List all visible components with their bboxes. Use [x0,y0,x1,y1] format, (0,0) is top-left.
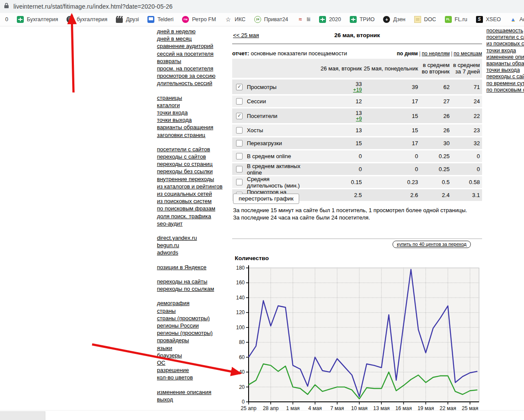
sidebar-link[interactable]: длительность сессий [157,80,228,87]
sidebar-link[interactable]: seo-аудит [157,220,228,227]
view-mode-weeks-link[interactable]: по неделям [422,51,450,57]
sidebar-link[interactable]: просм. на посетителя [157,65,228,72]
delta-link[interactable]: +9 [356,116,362,122]
sidebar-link[interactable]: begun.ru [157,242,228,249]
bookmark-item-3[interactable]: Друзі [116,16,139,23]
sidebar-link[interactable]: каталоги [157,102,228,109]
sidebar-link[interactable]: кол-во цветов [157,374,228,381]
sidebar-link[interactable]: переходы со страниц [157,160,228,168]
row-checkbox[interactable] [236,98,243,105]
bookmark-item-9[interactable]: 2020 [319,16,341,23]
right-sidebar-link[interactable]: точки выхода [486,67,524,73]
bookmark-item-11[interactable]: +Дзен [383,16,405,23]
row-checkbox[interactable] [236,166,243,172]
bookmark-item-6[interactable]: ☆ИКС [225,16,246,23]
sidebar-link[interactable]: изменение описания [157,388,228,396]
rebuild-chart-button[interactable]: перестроить график [233,194,299,204]
right-sidebar-link[interactable]: точки входа [486,48,524,54]
delta-link[interactable]: +19 [353,87,362,93]
view-mode-current: по дням [397,51,418,57]
row-checkbox[interactable]: ✓ [236,113,243,119]
bookmark-item-13[interactable]: FLFL.ru [445,16,467,23]
sidebar-link[interactable]: из социальных сетей [157,190,228,197]
sidebar-link[interactable]: регионы России [157,322,228,329]
row-checkbox[interactable] [236,153,243,159]
sidebar-link[interactable]: возвраты [157,57,228,65]
sidebar-link[interactable]: внутренние переходы [157,175,228,183]
sidebar-link[interactable]: по поисковым фразам [157,205,228,212]
sidebar-link[interactable]: direct.yandex.ru [157,234,228,242]
bookmark-item-0[interactable]: 0 [5,16,8,22]
sidebar-link[interactable]: переходы на сайты [157,278,228,285]
sidebar-link[interactable]: позиции в Яндексе [157,264,228,271]
right-sidebar-link[interactable]: варианты обра [486,60,524,67]
sidebar-link[interactable]: точки выхода [157,116,228,124]
sidebar-link[interactable]: браузеры [157,352,228,359]
sidebar-link[interactable]: дней в неделю [157,28,228,35]
value-cell: 0 [450,166,482,172]
line-chart-icon: ≈ [297,16,304,23]
table-row: Перезагрузки15173032 [232,137,482,149]
sidebar-link[interactable]: страны [157,307,228,315]
sidebar-link[interactable]: переходы по ссылкам [157,285,228,293]
sidebar-link[interactable]: страны (просмотры) [157,315,228,322]
value-cell: 71 [450,84,482,90]
sidebar-link[interactable]: посетители с сайтов [157,146,228,153]
right-sidebar-link[interactable]: из поисковых с [486,41,524,47]
bookmark-item-2[interactable]: бухгалтерия [67,16,107,23]
right-sidebar-link[interactable]: посетители с са [486,34,524,41]
row-checkbox[interactable]: ✓ [236,84,243,90]
url-text[interactable]: liveinternet.ru/stat/fitimage.ru/index.h… [13,3,173,10]
sidebar-link[interactable]: adwords [157,249,228,256]
bookmark-item-8[interactable]: ≈lii [297,16,310,23]
bookmark-item-7[interactable]: 24Приват24 [254,16,288,23]
browser-url-bar[interactable]: liveinternet.ru/stat/fitimage.ru/index.h… [0,0,524,13]
sidebar-link[interactable]: разрешение [157,366,228,374]
sidebar-link[interactable]: варианты обращения [157,124,228,131]
right-sidebar-link[interactable]: по времени сут [486,80,524,87]
value-cell: 0.58 [450,179,482,185]
right-sidebar-link[interactable]: переходы с сай [486,73,524,80]
xseo-icon: S [476,16,483,23]
row-checkbox[interactable] [236,127,243,134]
bookmark-label: ИКС [235,16,246,22]
bookmark-item-12[interactable]: DOC [414,16,436,23]
sidebar-link[interactable]: дней в месяц [157,35,228,42]
sidebar-link[interactable]: из поисковых систем [157,197,228,205]
sidebar-link[interactable]: доля поиск. трафика [157,213,228,220]
sidebar-link[interactable]: демография [157,299,228,307]
bookmark-item-10[interactable]: ТРИО [350,16,375,23]
sidebar-link[interactable]: сравнение аудиторий [157,42,228,50]
header-divider [232,44,482,44]
sidebar-link[interactable]: выход [157,396,228,403]
right-sidebar-link[interactable]: изменение опи [486,54,524,60]
prev-day-link[interactable]: << 25 мая [233,32,259,38]
sidebar-link[interactable]: сессий на посетителя [157,50,228,57]
bookmark-item-5[interactable]: FMРетро FM [182,16,216,23]
sidebar-link[interactable]: из каталогов и рейтингов [157,183,228,190]
sidebar-link[interactable]: ОС [157,359,228,366]
sidebar-link[interactable]: провайдеры [157,337,228,344]
right-sidebar-link[interactable]: по поисковым с [486,87,524,93]
right-sidebar-link[interactable]: посещаемость [486,28,524,34]
bookmark-item-4[interactable]: Telderi [147,16,173,23]
row-checkbox[interactable] [236,140,243,146]
sidebar-link[interactable]: переходы без ссылки [157,168,228,175]
value: 71 [450,84,480,90]
sidebar-link[interactable]: заголовки страниц [157,131,228,139]
buy-clicks-button[interactable]: купить по 40 центов за переход [393,241,471,248]
view-mode-months-link[interactable]: по месяцам [454,51,482,57]
row-checkbox[interactable] [236,179,243,185]
sidebar-link[interactable]: регионы (просмотры) [157,329,228,337]
sidebar-link[interactable]: переходы с сайтов [157,153,228,160]
value-cell: 0.15 [301,179,362,185]
sidebar-link[interactable]: просмотров за сессию [157,72,228,80]
value-cell: 23 [450,127,482,134]
sidebar-link[interactable]: страницы [157,94,228,102]
sidebar-link[interactable]: языки [157,344,228,352]
bookmark-item-15[interactable]: ▲AdSense [509,16,524,23]
sidebar-link[interactable]: точки входа [157,109,228,116]
svg-text:160: 160 [236,280,245,286]
bookmark-item-14[interactable]: SXSEO [476,16,501,23]
bookmark-item-1[interactable]: Бухгалтерия [17,16,58,23]
